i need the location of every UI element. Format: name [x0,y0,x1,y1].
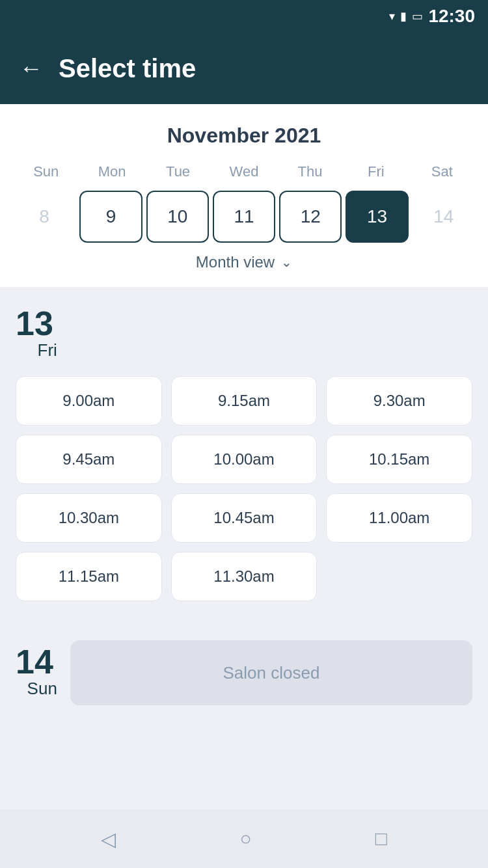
date-13[interactable]: 13 [346,191,408,243]
signal-icon: ▮ [400,9,407,23]
month-view-label: Month view [196,253,275,271]
chevron-down-icon: ⌄ [281,254,292,270]
time-slot-900am[interactable]: 9.00am [16,376,162,426]
day-block-13: 13 Fri 9.00am 9.15am 9.30am 9.45am 10.00… [0,287,488,621]
date-11[interactable]: 11 [213,191,275,243]
weekday-thu: Thu [277,163,343,180]
weekday-tue: Tue [145,163,211,180]
time-grid-13: 9.00am 9.15am 9.30am 9.45am 10.00am 10.1… [16,376,472,601]
status-bar: ▾ ▮ ▭ 12:30 [0,0,488,33]
weekday-row: Sun Mon Tue Wed Thu Fri Sat [13,163,475,180]
date-9[interactable]: 9 [79,191,142,243]
time-slot-1130am[interactable]: 11.30am [171,552,318,601]
date-12[interactable]: 12 [279,191,342,243]
time-section: 13 Fri 9.00am 9.15am 9.30am 9.45am 10.00… [0,287,488,809]
date-row: 8 9 10 11 12 13 14 [13,191,475,243]
day-name-14: Sun [27,679,57,701]
weekday-sat: Sat [409,163,475,180]
time-slot-915am[interactable]: 9.15am [171,376,318,426]
time-slot-1015am[interactable]: 10.15am [326,435,472,484]
salon-closed-label: Salon closed [70,640,472,705]
month-view-toggle[interactable]: Month view ⌄ [13,243,475,274]
weekday-sun: Sun [13,163,79,180]
date-14[interactable]: 14 [413,191,475,243]
weekday-wed: Wed [211,163,277,180]
status-time: 12:30 [428,6,475,27]
day-block-14: 14 Sun Salon closed [0,621,488,725]
back-button[interactable]: ← [20,57,43,80]
date-8[interactable]: 8 [13,191,75,243]
day-number-14: 14 [16,645,53,679]
time-slot-945am[interactable]: 9.45am [16,435,162,484]
day-header-13: 13 Fri [16,306,472,363]
battery-icon: ▭ [412,9,423,23]
header: ← Select time [0,33,488,104]
time-slot-1045am[interactable]: 10.45am [171,493,318,543]
time-slot-1100am[interactable]: 11.00am [326,493,472,543]
calendar-section: November 2021 Sun Mon Tue Wed Thu Fri Sa… [0,104,488,287]
weekday-mon: Mon [79,163,144,180]
date-10[interactable]: 10 [146,191,209,243]
time-slot-1030am[interactable]: 10.30am [16,493,162,543]
status-icons: ▾ ▮ ▭ 12:30 [389,6,475,27]
nav-recent-button[interactable]: □ [375,828,387,850]
day-number-13: 13 [16,306,53,340]
page-title: Select time [59,54,196,83]
time-slot-1115am[interactable]: 11.15am [16,552,162,601]
day-name-13: Fri [38,340,57,363]
month-label: November 2021 [13,124,475,148]
wifi-icon: ▾ [389,9,395,23]
time-slot-930am[interactable]: 9.30am [326,376,472,426]
weekday-fri: Fri [343,163,409,180]
bottom-nav: ◁ ○ □ [0,809,488,868]
time-slot-1000am[interactable]: 10.00am [171,435,318,484]
nav-back-button[interactable]: ◁ [101,828,116,850]
nav-home-button[interactable]: ○ [239,828,251,850]
